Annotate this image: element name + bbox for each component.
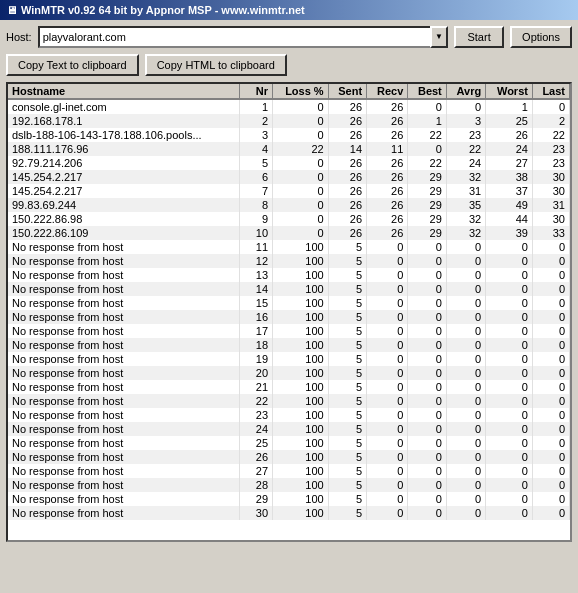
title-bar: 🖥 WinMTR v0.92 64 bit by Appnor MSP - ww… — [0, 0, 578, 20]
table-cell: console.gl-inet.com — [8, 99, 240, 114]
start-button[interactable]: Start — [454, 26, 504, 48]
table-cell: 5 — [328, 296, 366, 310]
table-cell: 0 — [367, 254, 408, 268]
table-cell: 0 — [486, 408, 533, 422]
host-dropdown-arrow[interactable]: ▼ — [430, 26, 448, 48]
table-cell: 0 — [408, 282, 446, 296]
header-loss: Loss % — [273, 84, 329, 99]
table-cell: 0 — [532, 324, 569, 338]
table-cell: 29 — [408, 198, 446, 212]
table-row: No response from host19100500000 — [8, 352, 570, 366]
table-cell: 0 — [446, 380, 485, 394]
table-cell: 0 — [446, 99, 485, 114]
table-cell: 100 — [273, 366, 329, 380]
copy-html-button[interactable]: Copy HTML to clipboard — [145, 54, 287, 76]
table-cell: 0 — [446, 450, 485, 464]
table-row: No response from host30100500000 — [8, 506, 570, 520]
table-cell: 19 — [240, 352, 273, 366]
table-cell: 0 — [408, 268, 446, 282]
table-row: No response from host17100500000 — [8, 324, 570, 338]
table-cell: 5 — [328, 282, 366, 296]
table-cell: 0 — [408, 436, 446, 450]
table-cell: 26 — [367, 114, 408, 128]
table-cell: 16 — [240, 310, 273, 324]
table-cell: 0 — [532, 450, 569, 464]
table-cell: 2 — [532, 114, 569, 128]
table-cell: 100 — [273, 254, 329, 268]
table-cell: No response from host — [8, 464, 240, 478]
table-cell: 5 — [328, 268, 366, 282]
table-cell: 0 — [532, 408, 569, 422]
table-cell: 0 — [532, 282, 569, 296]
table-cell: No response from host — [8, 422, 240, 436]
table-cell: 100 — [273, 478, 329, 492]
table-cell: 188.111.176.96 — [8, 142, 240, 156]
header-recv: Recv — [367, 84, 408, 99]
table-cell: 0 — [408, 142, 446, 156]
table-cell: 0 — [367, 296, 408, 310]
table-cell: 0 — [486, 506, 533, 520]
table-cell: 0 — [486, 338, 533, 352]
table-cell: 18 — [240, 338, 273, 352]
table-cell: 0 — [486, 492, 533, 506]
table-cell: 0 — [446, 268, 485, 282]
table-cell: 0 — [408, 422, 446, 436]
table-cell: 5 — [328, 394, 366, 408]
table-cell: 0 — [367, 506, 408, 520]
table-cell: 26 — [367, 156, 408, 170]
table-cell: 0 — [446, 436, 485, 450]
table-cell: 23 — [532, 156, 569, 170]
table-cell: 33 — [532, 226, 569, 240]
table-cell: 5 — [328, 422, 366, 436]
table-row: 192.168.178.120262613252 — [8, 114, 570, 128]
table-cell: 100 — [273, 492, 329, 506]
table-cell: 0 — [408, 366, 446, 380]
table-cell: No response from host — [8, 366, 240, 380]
table-cell: 26 — [486, 128, 533, 142]
table-cell: 26 — [328, 198, 366, 212]
table-row: No response from host20100500000 — [8, 366, 570, 380]
table-cell: 0 — [367, 352, 408, 366]
table-cell: 0 — [532, 254, 569, 268]
table-cell: 30 — [532, 212, 569, 226]
table-cell: 32 — [446, 170, 485, 184]
table-cell: 0 — [446, 324, 485, 338]
table-cell: 5 — [240, 156, 273, 170]
table-row: 145.254.2.21760262629323830 — [8, 170, 570, 184]
table-cell: 29 — [408, 212, 446, 226]
table-cell: 5 — [328, 380, 366, 394]
table-cell: 22 — [408, 156, 446, 170]
table-cell: 0 — [532, 268, 569, 282]
options-button[interactable]: Options — [510, 26, 572, 48]
table-cell: 0 — [408, 254, 446, 268]
table-cell: 0 — [532, 422, 569, 436]
table-cell: 11 — [367, 142, 408, 156]
table-cell: 26 — [328, 226, 366, 240]
header-worst: Worst — [486, 84, 533, 99]
table-cell: No response from host — [8, 296, 240, 310]
copy-text-button[interactable]: Copy Text to clipboard — [6, 54, 139, 76]
table-cell: 0 — [367, 310, 408, 324]
host-input[interactable] — [38, 26, 430, 48]
results-table-container: Hostname Nr Loss % Sent Recv Best Avrg W… — [6, 82, 572, 542]
table-cell: 0 — [367, 450, 408, 464]
table-cell: 0 — [532, 478, 569, 492]
table-cell: 0 — [367, 268, 408, 282]
table-cell: 0 — [367, 380, 408, 394]
table-cell: 24 — [446, 156, 485, 170]
table-cell: 0 — [532, 338, 569, 352]
table-cell: 100 — [273, 450, 329, 464]
header-hostname: Hostname — [8, 84, 240, 99]
table-cell: 0 — [532, 240, 569, 254]
table-cell: 5 — [328, 492, 366, 506]
table-cell: 0 — [532, 506, 569, 520]
table-cell: 0 — [408, 352, 446, 366]
table-row: 150.222.86.9890262629324430 — [8, 212, 570, 226]
table-cell: 26 — [367, 128, 408, 142]
table-row: No response from host13100500000 — [8, 268, 570, 282]
table-cell: 0 — [446, 254, 485, 268]
table-cell: 0 — [367, 324, 408, 338]
table-cell: 0 — [446, 338, 485, 352]
table-cell: 0 — [486, 240, 533, 254]
table-row: No response from host14100500000 — [8, 282, 570, 296]
